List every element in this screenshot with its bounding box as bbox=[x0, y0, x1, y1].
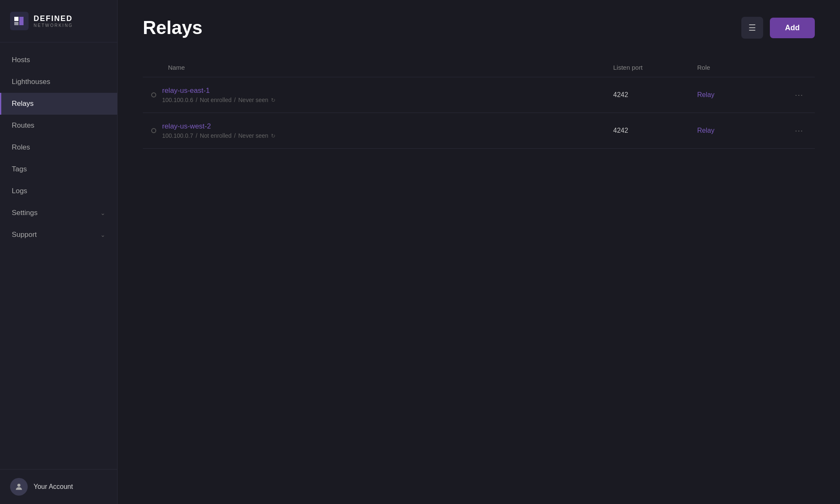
page-title: Relays bbox=[143, 17, 202, 38]
sidebar-item-routes[interactable]: Routes bbox=[0, 115, 117, 136]
row-ip: 100.100.0.7 bbox=[162, 132, 193, 139]
row-enrollment-status: Not enrolled bbox=[200, 132, 232, 139]
sidebar-item-label: Support bbox=[12, 231, 37, 239]
add-button[interactable]: Add bbox=[770, 18, 815, 38]
col-name: Name bbox=[168, 64, 613, 71]
sidebar-item-label: Lighthouses bbox=[12, 78, 50, 86]
table-row[interactable]: relay-us-east-1 100.100.0.6 / Not enroll… bbox=[143, 77, 815, 113]
row-listen-port: 4242 bbox=[613, 127, 697, 134]
main-header: Relays ☰ Add bbox=[143, 17, 815, 39]
sidebar-item-label: Hosts bbox=[12, 56, 30, 64]
filter-button[interactable]: ☰ bbox=[741, 17, 763, 39]
relay-name-link[interactable]: relay-us-west-2 bbox=[162, 122, 276, 131]
sidebar: DEFINED NETWORKING Hosts Lighthouses Rel… bbox=[0, 0, 118, 504]
status-dot bbox=[151, 92, 156, 97]
row-role: Relay bbox=[697, 127, 781, 134]
row-actions-menu[interactable]: ⋯ bbox=[781, 126, 806, 136]
row-meta: 100.100.0.7 / Not enrolled / Never seen … bbox=[162, 132, 276, 139]
row-name-cell: relay-us-west-2 100.100.0.7 / Not enroll… bbox=[151, 122, 613, 139]
user-icon bbox=[14, 482, 24, 491]
sidebar-item-settings[interactable]: Settings ⌄ bbox=[0, 202, 117, 224]
brand-name-defined: DEFINED bbox=[34, 14, 73, 23]
brand-icon bbox=[10, 12, 29, 30]
row-actions-menu[interactable]: ⋯ bbox=[781, 90, 806, 100]
account-footer[interactable]: Your Account bbox=[0, 469, 117, 504]
row-name-info: relay-us-west-2 100.100.0.7 / Not enroll… bbox=[162, 122, 276, 139]
sidebar-item-label: Settings bbox=[12, 209, 37, 217]
sidebar-item-label: Logs bbox=[12, 187, 27, 195]
table-header: Name Listen port Role bbox=[143, 60, 815, 77]
row-last-seen: Never seen bbox=[238, 97, 268, 103]
sidebar-nav: Hosts Lighthouses Relays Routes Roles Ta… bbox=[0, 42, 117, 469]
sidebar-item-relays[interactable]: Relays bbox=[0, 93, 117, 115]
sidebar-item-support[interactable]: Support ⌄ bbox=[0, 224, 117, 246]
relay-name-link[interactable]: relay-us-east-1 bbox=[162, 87, 276, 95]
chevron-down-icon: ⌄ bbox=[100, 231, 105, 238]
account-label: Your Account bbox=[34, 483, 73, 491]
col-role: Role bbox=[697, 64, 781, 71]
sidebar-item-hosts[interactable]: Hosts bbox=[0, 49, 117, 71]
row-role: Relay bbox=[697, 91, 781, 99]
row-last-seen: Never seen bbox=[238, 132, 268, 139]
sidebar-item-label: Tags bbox=[12, 165, 27, 173]
table-row[interactable]: relay-us-west-2 100.100.0.7 / Not enroll… bbox=[143, 113, 815, 149]
sidebar-item-label: Relays bbox=[12, 100, 34, 108]
avatar bbox=[10, 478, 28, 496]
sidebar-item-roles[interactable]: Roles bbox=[0, 136, 117, 158]
relays-table: Name Listen port Role relay-us-east-1 10… bbox=[143, 60, 815, 149]
logo: DEFINED NETWORKING bbox=[0, 0, 117, 42]
sidebar-item-label: Routes bbox=[12, 121, 34, 130]
row-name-cell: relay-us-east-1 100.100.0.6 / Not enroll… bbox=[151, 87, 613, 103]
refresh-icon: ↻ bbox=[271, 97, 276, 103]
row-name-info: relay-us-east-1 100.100.0.6 / Not enroll… bbox=[162, 87, 276, 103]
status-dot bbox=[151, 128, 156, 133]
brand-name-networking: NETWORKING bbox=[34, 23, 73, 28]
main-content: Relays ☰ Add Name Listen port Role relay… bbox=[118, 0, 840, 504]
sidebar-item-tags[interactable]: Tags bbox=[0, 158, 117, 180]
row-ip: 100.100.0.6 bbox=[162, 97, 193, 103]
header-actions: ☰ Add bbox=[741, 17, 815, 39]
sidebar-item-label: Roles bbox=[12, 143, 30, 152]
col-listen-port: Listen port bbox=[613, 64, 697, 71]
row-meta: 100.100.0.6 / Not enrolled / Never seen … bbox=[162, 97, 276, 103]
brand-text: DEFINED NETWORKING bbox=[34, 14, 73, 28]
row-enrollment-status: Not enrolled bbox=[200, 97, 232, 103]
refresh-icon: ↻ bbox=[271, 133, 276, 139]
svg-point-1 bbox=[17, 484, 20, 487]
sidebar-item-logs[interactable]: Logs bbox=[0, 180, 117, 202]
sidebar-item-lighthouses[interactable]: Lighthouses bbox=[0, 71, 117, 93]
row-listen-port: 4242 bbox=[613, 91, 697, 99]
filter-icon: ☰ bbox=[748, 23, 756, 33]
chevron-down-icon: ⌄ bbox=[100, 210, 105, 216]
